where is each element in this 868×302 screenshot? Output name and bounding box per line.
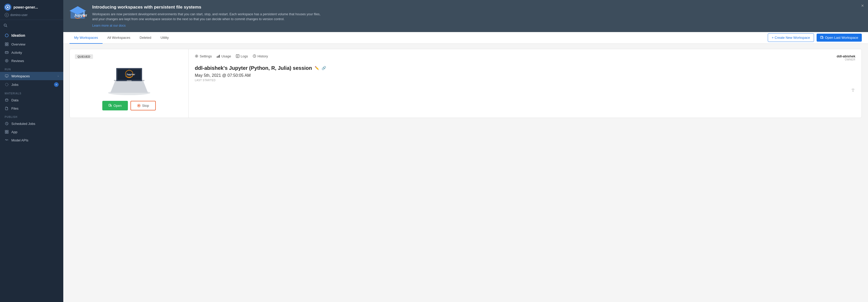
sidebar-item-data[interactable]: Data [0,96,63,104]
sidebar-item-jobs[interactable]: Jobs + [0,80,63,89]
user-icon: ⊙ [5,13,9,17]
svg-point-12 [6,60,7,61]
card-right-actions: Settings Usage [195,54,268,58]
logs-link[interactable]: Logs [236,54,248,58]
logo-icon [4,4,11,11]
app-label: App [11,130,59,134]
svg-rect-22 [7,130,8,132]
last-started-date: May 5th, 2021 @ 07:50:05 AM [195,73,855,78]
tab-utility[interactable]: Utility [156,32,173,44]
sidebar-item-files[interactable]: Files [0,104,63,112]
stop-workspace-button[interactable]: Stop [130,101,156,110]
user-row: ⊙ domino-user [4,13,59,17]
search-button[interactable] [4,23,60,28]
banner-description: Workspaces are now persistent developmen… [92,12,325,22]
svg-rect-21 [5,130,6,132]
jobs-badge: + [54,82,59,87]
user-name: domino-user [10,13,28,17]
scheduled-jobs-label: Scheduled Jobs [11,122,59,126]
link-icon[interactable]: 🔗 [322,66,326,70]
svg-point-4 [5,34,8,37]
overview-label: Overview [11,43,59,46]
status-badge: Queued [75,54,93,59]
last-started-label: LAST STARTED [195,79,855,82]
context-label: Ideation [11,33,25,37]
sidebar-search-area [0,20,63,31]
workspace-list: Queued Jupyter [63,44,868,123]
edit-icon[interactable]: ✏️ [315,66,319,70]
stop-icon [137,104,141,107]
open-last-label: Open Last Workspace [825,36,858,39]
card-right-header: Settings Usage [195,54,855,61]
open-last-workspace-button[interactable]: Open Last Workspace [816,34,862,42]
create-new-workspace-button[interactable]: + Create New Workspace [768,33,814,42]
sidebar-item-activity[interactable]: Activity [0,48,63,57]
banner-content: Introducing workspaces with persistent f… [92,5,325,27]
svg-point-42 [196,56,197,57]
svg-rect-37 [127,80,131,81]
sidebar-item-model-apis[interactable]: Model APIs [0,136,63,144]
tab-all-workspaces[interactable]: All Workspaces [102,32,135,44]
tab-my-workspaces[interactable]: My Workspaces [69,32,102,44]
owner-role: OWNER [837,58,855,61]
tabs-actions: + Create New Workspace Open Last Workspa… [768,33,862,42]
workspace-title-row: ddl-abishek's Jupyter (Python, R, Julia)… [195,65,855,71]
tab-deleted[interactable]: Deleted [135,32,156,44]
svg-rect-5 [5,43,6,44]
usage-label: Usage [221,54,231,58]
open-label: Open [114,104,122,108]
delete-workspace-button[interactable] [851,88,855,94]
activity-label: Activity [11,51,59,55]
svg-rect-24 [7,132,8,133]
search-icon [4,24,7,27]
model-apis-label: Model APIs [11,138,59,142]
app-icon [5,130,9,134]
sidebar-header: power-gener... ⊙ domino-user [0,0,63,20]
reviews-label: Reviews [11,59,59,63]
svg-rect-23 [5,132,6,133]
materials-section-label: MATERIALS [0,89,63,96]
sidebar-item-app[interactable]: App [0,128,63,136]
sidebar-item-ideation[interactable]: Ideation [0,32,63,40]
logs-label: Logs [241,54,248,58]
main-content: Jupyter Introducing workspaces with pers… [63,0,868,302]
svg-line-20 [7,123,7,125]
logs-icon [236,54,240,58]
graduation-cap-icon: Jupyter [68,4,87,22]
workspaces-icon [5,74,9,78]
workspace-illustration: Jupyter [103,63,155,97]
banner-close-button[interactable]: × [861,3,864,8]
banner-title: Introducing workspaces with persistent f… [92,5,325,10]
svg-rect-45 [219,55,220,58]
sidebar: power-gener... ⊙ domino-user Ideation [0,0,63,302]
svg-rect-13 [5,75,8,77]
card-left: Queued Jupyter [70,49,189,118]
usage-link[interactable]: Usage [216,54,231,58]
settings-link[interactable]: Settings [195,54,212,58]
history-link[interactable]: History [253,54,268,58]
workspace-card: Queued Jupyter [69,49,862,118]
card-right-footer [195,88,855,94]
tabs-row: My Workspaces All Workspaces Deleted Uti… [63,32,868,44]
history-icon [253,54,256,58]
overview-icon [5,42,9,46]
data-label: Data [11,98,59,102]
workspaces-arrow: › [58,75,59,78]
open-last-icon [820,36,824,39]
run-section-label: RUN [0,65,63,72]
svg-point-11 [5,59,8,62]
stop-label: Stop [142,104,149,108]
banner-link[interactable]: Learn more at our docs [92,24,126,27]
activity-icon [5,50,9,55]
svg-point-1 [7,6,8,8]
sidebar-item-scheduled-jobs[interactable]: Scheduled Jobs [0,119,63,128]
files-label: Files [11,107,59,110]
sidebar-item-overview[interactable]: Overview [0,40,63,48]
jobs-icon [5,82,9,87]
sidebar-item-reviews[interactable]: Reviews [0,57,63,65]
workspace-tabs: My Workspaces All Workspaces Deleted Uti… [69,32,173,44]
sidebar-item-workspaces[interactable]: Workspaces › [0,72,63,80]
open-workspace-button[interactable]: Open [102,101,128,110]
workspace-title: ddl-abishek's Jupyter (Python, R, Julia)… [195,65,312,71]
history-label: History [257,54,268,58]
